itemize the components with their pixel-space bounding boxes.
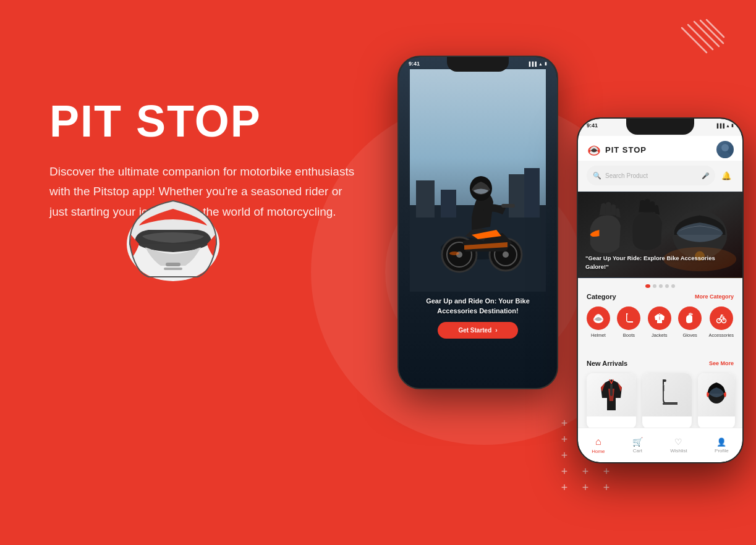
phone-front: 9:41 ▐▐▐ ▲ ▮ [577, 117, 744, 463]
arrow-icon: › [495, 327, 497, 334]
front-wifi-icon: ▲ [726, 124, 730, 128]
home-icon: ⌂ [595, 436, 601, 447]
search-placeholder-text: Search Product [605, 172, 698, 179]
arrivals-header: New Arrivals See More [587, 360, 734, 367]
phone-back-screen: 9:41 ▐▐▐ ▲ ▮ [399, 57, 557, 388]
jackets-label: Jackets [652, 332, 667, 338]
boots-label: Boots [623, 332, 635, 338]
dot-5 [671, 284, 675, 288]
categories-row: Helmet Boots [587, 306, 734, 338]
category-jackets[interactable]: Jackets [648, 306, 671, 338]
app-logo-icon [587, 142, 601, 157]
helmet-illustration [111, 185, 235, 290]
cart-label: Cart [633, 448, 642, 454]
svg-point-26 [721, 144, 729, 151]
phone-front-screen: 9:41 ▐▐▐ ▲ ▮ [578, 119, 742, 462]
arrivals-section: New Arrivals See More [587, 360, 734, 429]
svg-point-25 [719, 152, 731, 158]
cart-icon: 🛒 [632, 437, 643, 447]
category-helmet[interactable]: Helmet [587, 306, 610, 338]
arrival-third-image [698, 373, 735, 416]
get-started-button[interactable]: Get Started › [438, 322, 518, 339]
category-accessories[interactable]: Accessories [709, 306, 734, 338]
svg-point-23 [449, 251, 459, 255]
nav-cart[interactable]: 🛒 Cart [632, 437, 643, 454]
back-banner-text: Gear Up and Ride On: Your Bike Accessori… [411, 297, 545, 316]
wishlist-icon: ♡ [674, 437, 682, 447]
get-started-label: Get Started [458, 327, 491, 334]
category-gloves-icon [678, 306, 702, 330]
app-logo-area: PIT STOP [587, 142, 647, 157]
wifi-icon: ▲ [538, 62, 543, 66]
category-gloves[interactable]: Gloves [678, 306, 702, 338]
back-phone-status-bar: 9:41 ▐▐▐ ▲ ▮ [409, 61, 547, 67]
app-header: PIT STOP [578, 136, 742, 161]
svg-rect-22 [501, 204, 515, 208]
svg-rect-13 [524, 168, 540, 218]
banner-text: "Gear Up Your Ride: Explore Bike Accesso… [585, 254, 735, 271]
left-content: PIT STOP Discover the ultimate companion… [49, 99, 408, 222]
category-accessories-icon [710, 306, 733, 330]
nav-home[interactable]: ⌂ Home [592, 436, 605, 454]
svg-rect-32 [626, 313, 628, 315]
back-phone-bottom-text: Gear Up and Ride On: Your Bike Accessori… [399, 297, 557, 339]
wishlist-label: Wishlist [670, 448, 687, 454]
front-time: 9:41 [587, 122, 598, 129]
svg-rect-11 [441, 190, 456, 218]
category-jackets-icon [648, 306, 671, 330]
dot-2 [653, 284, 656, 288]
nav-wishlist[interactable]: ♡ Wishlist [670, 437, 687, 454]
svg-rect-37 [610, 384, 613, 396]
arrival-card-third[interactable] [698, 373, 735, 429]
app-title: PIT STOP [49, 99, 408, 143]
svg-rect-39 [663, 403, 677, 405]
bell-icon-area[interactable]: 🔔 [719, 168, 734, 183]
bell-icon: 🔔 [721, 171, 731, 180]
home-label: Home [592, 449, 605, 454]
dot-1 [645, 284, 650, 288]
category-boots-icon [617, 306, 640, 330]
svg-rect-6 [166, 263, 181, 266]
nav-profile[interactable]: 👤 Profile [715, 437, 729, 454]
gloves-label: Gloves [683, 332, 697, 338]
arrival-boot-image [642, 373, 692, 416]
mic-icon: 🎤 [702, 172, 709, 179]
front-battery-icon: ▮ [731, 123, 734, 128]
svg-point-36 [721, 315, 722, 316]
dot-4 [665, 284, 669, 288]
phone-back: 9:41 ▐▐▐ ▲ ▮ [397, 56, 558, 389]
category-boots[interactable]: Boots [617, 306, 640, 338]
svg-rect-33 [659, 316, 660, 320]
arrival-jacket-image [587, 373, 636, 416]
front-status-bar: 9:41 ▐▐▐ ▲ ▮ [587, 122, 734, 129]
battery-icon: ▮ [545, 61, 547, 66]
header-avatar[interactable] [716, 141, 734, 158]
bottom-nav: ⌂ Home 🛒 Cart ♡ Wishlist 👤 Profile [578, 428, 742, 462]
arrivals-title: New Arrivals [587, 360, 627, 367]
app-name-text: PIT STOP [605, 145, 647, 154]
see-more-link[interactable]: See More [709, 360, 734, 366]
signal-icon: ▐▐▐ [527, 62, 537, 66]
more-category-link[interactable]: More Category [695, 294, 734, 300]
banner-area: "Gear Up Your Ride: Explore Bike Accesso… [578, 192, 742, 278]
search-icon: 🔍 [593, 172, 601, 180]
category-header: Category More Category [587, 293, 734, 300]
category-helmet-icon [587, 306, 610, 330]
arrival-card-boot[interactable] [642, 373, 692, 429]
arrivals-row [587, 373, 734, 429]
dots-indicator [578, 284, 742, 288]
profile-label: Profile [715, 448, 729, 454]
front-status-icons: ▐▐▐ ▲ ▮ [715, 123, 734, 128]
profile-icon: 👤 [716, 437, 726, 447]
banner-overlay-text: "Gear Up Your Ride: Explore Bike Accesso… [585, 254, 735, 271]
back-time: 9:41 [409, 61, 420, 67]
rider-figure [410, 69, 546, 292]
search-bar[interactable]: 🔍 Search Product 🎤 [587, 166, 715, 185]
accessories-label: Accessories [709, 332, 734, 338]
svg-rect-7 [164, 268, 182, 270]
helmet-label: Helmet [591, 332, 606, 338]
dot-3 [659, 284, 663, 288]
arrival-card-jacket[interactable] [587, 373, 636, 429]
phones-container: 9:41 ▐▐▐ ▲ ▮ [385, 37, 744, 544]
svg-point-20 [503, 251, 509, 258]
